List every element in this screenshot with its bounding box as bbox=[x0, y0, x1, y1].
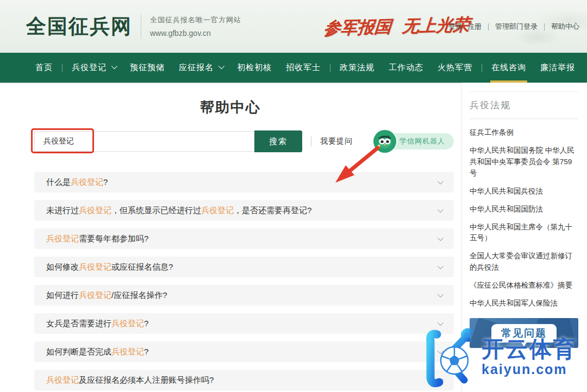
faq-highlight: 兵役登记 bbox=[79, 290, 111, 300]
faq-highlight: 兵役登记 bbox=[79, 262, 111, 271]
main-nav: 首页 兵役登记 预征预储 应征报名 初检初核 招收军士 政策法规 工作动态 火热… bbox=[0, 53, 587, 83]
nav-divider bbox=[330, 64, 330, 72]
faq-list: 什么是兵役登记? 未进行过兵役登记，但系统显示已经进行过兵役登记，是否还需要再登… bbox=[34, 172, 454, 390]
nav-item[interactable]: 招收军士 bbox=[279, 53, 328, 83]
chevron-down-icon bbox=[438, 320, 444, 326]
law-link[interactable]: 中华人民共和国国防法 bbox=[470, 204, 578, 215]
faq-question-text: 如何修改兵役登记或应征报名信息? bbox=[46, 262, 173, 272]
top-links-separator bbox=[544, 23, 545, 30]
faq-item[interactable]: 如何修改兵役登记或应征报名信息? bbox=[34, 257, 454, 277]
faq-item[interactable]: 女兵是否需要进行兵役登记? bbox=[34, 313, 454, 334]
nav-item[interactable]: 工作动态 bbox=[382, 53, 430, 83]
nav-item[interactable]: 预征预储 bbox=[123, 53, 172, 83]
faq-question-text: 兵役登记需要每年都参加吗? bbox=[46, 234, 148, 244]
faq-highlight: 兵役登记 bbox=[201, 206, 234, 215]
site-name: 全国征兵网 bbox=[26, 16, 132, 36]
chevron-down-icon bbox=[438, 376, 444, 382]
sidebar-top-divider bbox=[470, 91, 578, 92]
tagline-text: 全国征兵报名唯一官方网站 bbox=[150, 15, 241, 25]
chevron-down-icon bbox=[438, 207, 444, 213]
nav-item-label: 预征预储 bbox=[130, 63, 165, 73]
chevron-down-icon bbox=[438, 263, 444, 269]
search-button[interactable]: 搜索 bbox=[254, 130, 302, 152]
nav-item-label: 廉洁举报 bbox=[540, 63, 575, 73]
site-url: www.gfbzb.gov.cn bbox=[150, 29, 241, 38]
nav-item-label: 兵役登记 bbox=[72, 63, 107, 73]
law-link[interactable]: 征兵工作条例 bbox=[470, 127, 578, 139]
faq-question-text: 女兵是否需要进行兵役登记? bbox=[46, 319, 148, 329]
nav-item-label: 工作动态 bbox=[389, 63, 423, 73]
nav-divider bbox=[482, 64, 482, 72]
faq-item[interactable]: 兵役登记需要每年都参加吗? bbox=[34, 228, 454, 249]
nav-item[interactable]: 在线咨询 bbox=[484, 53, 533, 83]
site-logo[interactable]: 全国征兵网 全国征兵报名唯一官方网站 www.gfbzb.gov.cn bbox=[26, 15, 241, 39]
chevron-down-icon bbox=[218, 63, 224, 69]
search-input[interactable] bbox=[34, 131, 254, 152]
law-link[interactable]: 全国人大常委会审议通过新修订的兵役法 bbox=[470, 251, 578, 273]
page-title: 帮助中心 bbox=[0, 98, 461, 116]
law-link[interactable]: 《应征公民体格检查标准》摘要 bbox=[470, 280, 578, 291]
site-header: 全国征兵网 全国征兵报名唯一官方网站 www.gfbzb.gov.cn 参军报国… bbox=[0, 0, 587, 53]
admin-login-link[interactable]: 管理部门登录 bbox=[495, 22, 538, 32]
faq-item[interactable]: 什么是兵役登记? bbox=[34, 172, 454, 192]
nav-item-label: 政策法规 bbox=[340, 63, 374, 73]
nav-item[interactable]: 政策法规 bbox=[333, 53, 382, 83]
register-link[interactable]: 注册 bbox=[467, 22, 482, 32]
top-links-separator bbox=[488, 23, 489, 30]
chatbot-badge[interactable]: 学信网机器人 bbox=[379, 133, 454, 150]
faq-item[interactable]: 如何进行兵役登记/应征报名操作? bbox=[34, 285, 454, 306]
help-center-link[interactable]: 帮助中心 bbox=[551, 22, 579, 32]
faq-highlight: 兵役登记 bbox=[111, 319, 144, 328]
faq-item[interactable]: 未进行过兵役登记，但系统显示已经进行过兵役登记，是否还需要再登记? bbox=[34, 200, 454, 221]
search-row: 搜索 我要提问 学信网机器人 bbox=[34, 130, 454, 152]
law-link[interactable]: 中华人民共和国国务院 中华人民共和国中央军事委员会令 第759号 bbox=[470, 145, 578, 179]
faq-highlight: 兵役登记 bbox=[111, 347, 144, 356]
law-link[interactable]: 中华人民共和国主席令（第九十五号） bbox=[470, 222, 578, 245]
faq-highlight: 兵役登记 bbox=[79, 206, 111, 215]
nav-item-label: 初检初核 bbox=[237, 63, 272, 73]
faq-question-text: 如何进行兵役登记/应征报名操作? bbox=[46, 290, 167, 301]
chevron-down-icon bbox=[438, 291, 444, 297]
nav-item[interactable]: 兵役登记 bbox=[65, 53, 123, 83]
header-top-links: 登录 注册 管理部门登录 帮助中心 bbox=[448, 22, 579, 32]
nav-item[interactable]: 应征报名 bbox=[172, 53, 230, 83]
chevron-down-icon bbox=[438, 348, 444, 354]
faq-question-text: 兵役登记及应征报名必须本人注册账号操作吗? bbox=[46, 375, 214, 385]
faq-item[interactable]: 兵役登记及应征报名必须本人注册账号操作吗? bbox=[34, 370, 454, 390]
law-list: 征兵工作条例 中华人民共和国国务院 中华人民共和国中央军事委员会令 第759号 … bbox=[470, 127, 578, 309]
nav-item-label: 火热军营 bbox=[438, 63, 472, 73]
nav-list: 首页 兵役登记 预征预储 应征报名 初检初核 招收军士 政策法规 工作动态 火热… bbox=[28, 53, 582, 83]
nav-item[interactable]: 首页 bbox=[28, 53, 60, 83]
faq-highlight: 兵役登记 bbox=[71, 177, 103, 186]
law-link[interactable]: 中华人民共和国兵役法 bbox=[470, 186, 578, 197]
nav-item-label: 招收军士 bbox=[286, 63, 321, 73]
slogan-part1: 参军报国 bbox=[323, 15, 392, 40]
robot-avatar-icon bbox=[373, 130, 396, 153]
nav-item[interactable]: 廉洁举报 bbox=[533, 53, 582, 83]
search-separator bbox=[311, 136, 311, 146]
sidebar-title: 兵役法规 bbox=[470, 99, 578, 119]
faq-question-text: 什么是兵役登记? bbox=[46, 177, 108, 188]
help-center-panel: 帮助中心 搜索 我要提问 bbox=[0, 83, 461, 392]
logo-divider bbox=[141, 15, 141, 39]
law-link[interactable]: 中华人民共和国军人保险法 bbox=[470, 298, 578, 309]
faq-question-text: 未进行过兵役登记，但系统显示已经进行过兵役登记，是否还需要再登记? bbox=[46, 206, 311, 216]
main-content: 帮助中心 搜索 我要提问 bbox=[0, 83, 587, 392]
nav-item-label: 首页 bbox=[35, 63, 53, 73]
faq-question-text: 如何判断是否完成兵役登记? bbox=[46, 347, 148, 357]
nav-item[interactable]: 火热军营 bbox=[430, 53, 479, 83]
ask-question-link[interactable]: 我要提问 bbox=[320, 136, 353, 146]
login-link[interactable]: 登录 bbox=[448, 22, 463, 32]
chevron-down-icon bbox=[438, 235, 444, 241]
nav-item-label: 应征报名 bbox=[179, 63, 214, 73]
faq-highlight: 兵役登记 bbox=[46, 375, 79, 384]
chevron-down-icon bbox=[111, 63, 117, 69]
chevron-down-icon bbox=[438, 178, 444, 184]
sidebar: 兵役法规 征兵工作条例 中华人民共和国国务院 中华人民共和国中央军事委员会令 第… bbox=[461, 83, 587, 392]
nav-item[interactable]: 初检初核 bbox=[230, 53, 279, 83]
faq-item[interactable]: 如何判断是否完成兵役登记? bbox=[34, 341, 454, 362]
nav-item-label: 在线咨询 bbox=[491, 63, 526, 73]
common-questions-banner[interactable]: 常见问题 bbox=[470, 318, 578, 348]
site-tagline: 全国征兵报名唯一官方网站 www.gfbzb.gov.cn bbox=[150, 15, 241, 38]
nav-divider bbox=[62, 64, 63, 72]
